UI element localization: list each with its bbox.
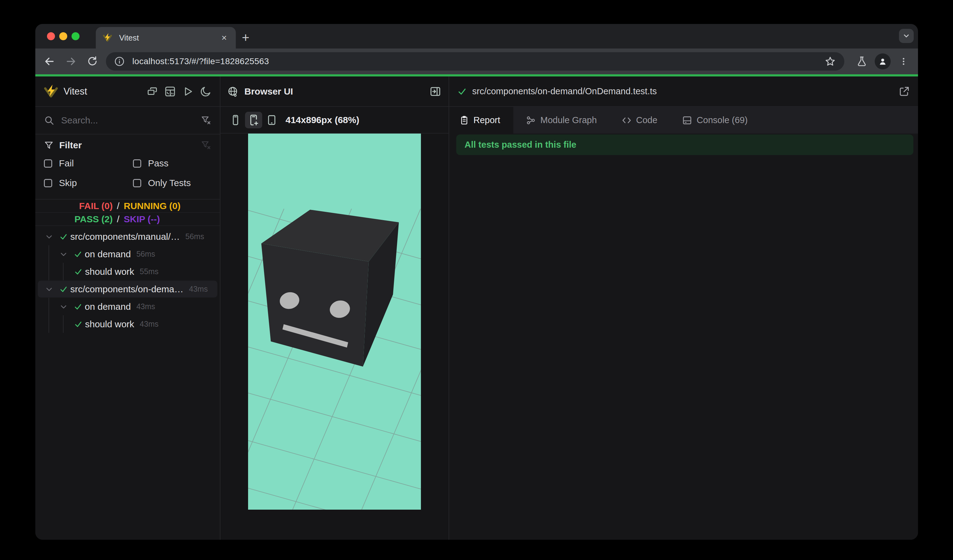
tab-close-icon[interactable]: ×: [219, 32, 230, 43]
report-panel: src/components/on-demand/OnDemand.test.t…: [449, 76, 918, 540]
globe-icon: [227, 86, 238, 97]
test-file-row[interactable]: src/components/manual/… 56ms: [35, 228, 220, 245]
device-phone-new-button-selected[interactable]: [245, 112, 262, 128]
cascade-windows-icon: [146, 86, 158, 97]
external-link-icon: [898, 86, 910, 97]
device-tablet-button[interactable]: [265, 112, 279, 128]
viewport-size-label[interactable]: 414x896px (68%): [286, 115, 359, 125]
panel-right-icon: [430, 86, 441, 97]
url-text[interactable]: localhost:5173/#/?file=1828625563: [132, 56, 269, 66]
run-all-button[interactable]: [182, 85, 194, 98]
all-tests-passed-banner: All tests passed in this file: [456, 135, 913, 155]
banner-text: All tests passed in this file: [464, 140, 576, 150]
chevron-down-icon[interactable]: [45, 232, 54, 241]
code-brackets-icon: [621, 115, 632, 126]
pass-check-icon: [59, 285, 68, 294]
bookmark-star-button[interactable]: [825, 56, 836, 67]
chevron-down-icon: [902, 32, 910, 40]
checkbox-icon[interactable]: [133, 159, 141, 168]
filter-checkbox-only-tests[interactable]: Only Tests: [133, 173, 211, 193]
forward-arrow-icon: [65, 56, 76, 67]
test-file-row-selected[interactable]: src/components/on-dema… 43ms: [35, 280, 220, 298]
tab-search-button[interactable]: [899, 29, 914, 43]
clear-search-icon[interactable]: [201, 115, 211, 126]
forward-button[interactable]: [63, 53, 79, 70]
file-path: src/components/on-demand/OnDemand.test.t…: [472, 86, 657, 96]
search-input[interactable]: [61, 115, 201, 126]
checkbox-icon[interactable]: [133, 179, 141, 187]
phone-narrow-icon: [230, 114, 241, 126]
minimize-window-button[interactable]: [59, 32, 67, 40]
address-bar[interactable]: localhost:5173/#/?file=1828625563: [106, 52, 844, 71]
tree-guide: [63, 263, 64, 280]
vitest-logo-icon: [44, 84, 58, 99]
info-icon[interactable]: [114, 56, 125, 67]
stats-row-pass-skip: PASS (2) / SKIP (--): [35, 213, 220, 226]
duration: 56ms: [136, 250, 155, 259]
filter-checkbox-skip[interactable]: Skip: [44, 173, 133, 193]
test-case-row[interactable]: should work 55ms: [35, 263, 220, 280]
chevron-down-icon[interactable]: [59, 302, 68, 311]
checkbox-icon[interactable]: [44, 179, 52, 187]
test-case-row[interactable]: should work 43ms: [35, 315, 220, 333]
traffic-lights: [47, 32, 79, 40]
moon-icon: [200, 86, 211, 97]
filter-section: Filter Fail Pass Skip Only Tests: [35, 135, 220, 200]
filter-checkbox-pass[interactable]: Pass: [133, 154, 211, 173]
phone-plus-icon: [247, 114, 260, 126]
tab-console[interactable]: Console (69): [670, 107, 760, 133]
dark-mode-toggle[interactable]: [200, 85, 212, 98]
tab-report[interactable]: Report: [449, 107, 513, 133]
module-graph-icon: [526, 115, 536, 126]
test-viewport-3d-scene[interactable]: [248, 133, 421, 510]
device-phone-narrow-button[interactable]: [228, 112, 242, 128]
reload-button[interactable]: [84, 53, 100, 70]
kebab-menu-icon: [899, 57, 908, 66]
checkbox-icon[interactable]: [44, 159, 52, 168]
reload-icon: [87, 56, 98, 67]
panel-title: Browser UI: [244, 86, 293, 97]
tree-guide: [48, 263, 49, 280]
tab-module-graph[interactable]: Module Graph: [513, 107, 609, 133]
close-window-button[interactable]: [47, 32, 55, 40]
sidebar-actions: [146, 85, 220, 98]
filter-checkbox-fail[interactable]: Fail: [44, 154, 133, 173]
browser-tab[interactable]: Vitest ×: [96, 27, 236, 48]
file-header: src/components/on-demand/OnDemand.test.t…: [449, 76, 918, 107]
chevron-down-icon[interactable]: [59, 250, 68, 259]
play-icon: [182, 86, 194, 97]
browser-ui-header: Browser UI: [220, 76, 449, 107]
browser-ui-panel: Browser UI 414x896px (68%): [220, 76, 449, 540]
tab-code[interactable]: Code: [609, 107, 670, 133]
pass-check-icon: [74, 267, 83, 276]
filter-header: Filter: [44, 138, 211, 153]
sidebar-header: Vitest: [35, 76, 220, 107]
clear-filter-icon[interactable]: [201, 140, 211, 150]
zoom-window-button[interactable]: [71, 32, 79, 40]
report-content: All tests passed in this file: [449, 133, 918, 540]
cascade-windows-button[interactable]: [146, 85, 158, 98]
duration: 43ms: [189, 285, 208, 293]
test-suite-row[interactable]: on demand 56ms: [35, 245, 220, 263]
dashboard-button[interactable]: [164, 85, 176, 98]
avatar: [875, 53, 891, 70]
test-suite-row[interactable]: on demand 43ms: [35, 298, 220, 315]
tree-guide: [63, 315, 64, 333]
chevron-down-icon[interactable]: [45, 285, 54, 294]
clipboard-icon: [459, 115, 469, 125]
browser-menu-button[interactable]: [895, 53, 913, 70]
experiments-button[interactable]: [853, 53, 871, 70]
new-tab-button[interactable]: +: [239, 31, 253, 45]
pass-check-icon: [457, 86, 467, 97]
skip-count: SKIP (--): [124, 214, 220, 225]
back-button[interactable]: [42, 53, 57, 70]
dock-panel-button[interactable]: [430, 86, 441, 97]
back-arrow-icon: [44, 56, 55, 67]
browser-toolbar: localhost:5173/#/?file=1828625563: [35, 48, 918, 74]
open-in-editor-button[interactable]: [898, 86, 910, 97]
duration: 43ms: [136, 302, 155, 311]
page-accent-line: [35, 74, 918, 76]
app-title: Vitest: [64, 86, 87, 97]
profile-button[interactable]: [874, 53, 892, 70]
vitest-ui: Vitest: [35, 76, 918, 540]
